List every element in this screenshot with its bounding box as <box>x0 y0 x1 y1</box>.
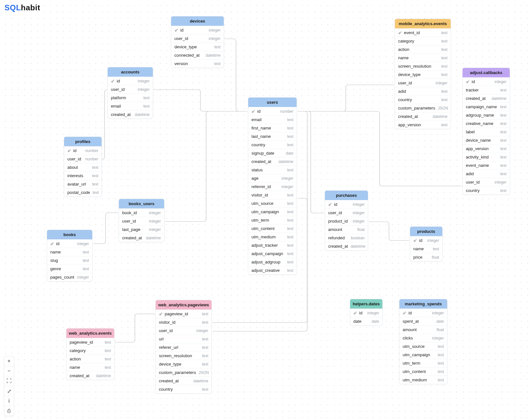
table-row[interactable]: user_idnumber <box>64 155 102 163</box>
table-row[interactable]: urltext <box>156 335 211 343</box>
table-mobile_analytics_events[interactable]: mobile_analytics.eventsevent_idtextcateg… <box>395 19 451 129</box>
table-row[interactable]: amountfloat <box>325 225 368 234</box>
table-row[interactable]: adjust_adgrouptext <box>248 258 297 266</box>
table-row[interactable]: utm_contenttext <box>399 367 447 376</box>
table-row[interactable]: referrer_idinteger <box>248 182 297 191</box>
table-row[interactable]: created_atdatetime <box>108 110 153 119</box>
table-row[interactable]: idinteger <box>325 200 368 208</box>
table-row[interactable]: idinteger <box>463 77 510 86</box>
table-row[interactable]: idinteger <box>47 239 92 248</box>
table-row[interactable]: pricefloat <box>410 253 442 261</box>
table-row[interactable]: screen_resolutiontext <box>395 62 451 70</box>
table-row[interactable]: idinteger <box>171 26 224 34</box>
table-row[interactable]: adgroup_nametext <box>463 111 510 119</box>
table-header[interactable]: profiles <box>64 137 102 146</box>
table-row[interactable]: actiontext <box>66 355 114 363</box>
table-row[interactable]: abouttext <box>64 163 102 171</box>
table-row[interactable]: utm_mediumtext <box>399 376 447 384</box>
table-row[interactable]: created_atdatetime <box>248 157 297 166</box>
table-row[interactable]: slugtext <box>47 256 92 264</box>
table-row[interactable]: pages_countinteger <box>47 273 92 281</box>
table-profiles[interactable]: profilesidnumberuser_idnumberabouttextin… <box>64 137 102 197</box>
fit-button[interactable]: ⛶ <box>4 376 14 386</box>
table-devices[interactable]: devicesidintegeruser_idintegerdevice_typ… <box>171 16 224 68</box>
table-row[interactable]: activity_kindtext <box>463 153 510 161</box>
table-row[interactable]: app_versiontext <box>463 144 510 153</box>
table-row[interactable]: screen_resolutiontext <box>156 351 211 360</box>
table-row[interactable]: user_idinteger <box>119 217 164 225</box>
table-row[interactable]: user_idinteger <box>325 208 368 217</box>
table-row[interactable]: categorytext <box>66 346 114 355</box>
table-row[interactable]: countrytext <box>156 385 211 393</box>
fullscreen-button[interactable]: ⤢ <box>4 386 14 396</box>
table-header[interactable]: mobile_analytics.events <box>395 19 451 28</box>
table-row[interactable]: utm_mediumtext <box>248 233 297 241</box>
table-purchases[interactable]: purchasesidintegeruser_idintegerproduct_… <box>325 190 368 251</box>
table-row[interactable]: nametext <box>410 244 442 253</box>
table-header[interactable]: products <box>410 227 442 236</box>
info-button[interactable]: i <box>4 396 14 406</box>
table-row[interactable]: nametext <box>395 53 451 62</box>
table-row[interactable]: trackertext <box>463 86 510 94</box>
table-row[interactable]: utm_sourcetext <box>399 342 447 350</box>
table-header[interactable]: devices <box>171 16 224 26</box>
table-row[interactable]: countrytext <box>395 95 451 104</box>
erd-canvas[interactable]: devicesidintegeruser_idintegerdevice_typ… <box>0 0 530 420</box>
table-row[interactable]: created_atdatetime <box>119 234 164 242</box>
table-row[interactable]: visitor_idtext <box>248 191 297 199</box>
table-row[interactable]: pageview_idtext <box>156 310 211 318</box>
table-row[interactable]: nametext <box>66 363 114 371</box>
table-row[interactable]: emailtext <box>108 102 153 110</box>
table-header[interactable]: marketing_spends <box>399 299 447 309</box>
table-row[interactable]: first_nametext <box>248 124 297 132</box>
table-header[interactable]: purchases <box>325 191 368 200</box>
table-row[interactable]: utm_termtext <box>248 216 297 224</box>
zoom-out-button[interactable]: − <box>4 366 14 376</box>
table-row[interactable]: signup_datedate <box>248 149 297 157</box>
table-row[interactable]: campaign_nametext <box>463 102 510 111</box>
table-row[interactable]: versiontext <box>171 59 224 68</box>
table-web_analytics_events[interactable]: web_analytics.eventspageview_idtextcateg… <box>66 328 114 380</box>
table-header[interactable]: books <box>47 230 92 239</box>
table-row[interactable]: visitor_idtext <box>156 318 211 326</box>
table-row[interactable]: datedate <box>350 317 382 325</box>
table-row[interactable]: product_idinteger <box>325 217 368 225</box>
table-row[interactable]: postal_codetext <box>64 188 102 196</box>
table-row[interactable]: idinteger <box>399 309 447 317</box>
table-marketing_spends[interactable]: marketing_spendsidintegerspent_atdateamo… <box>399 299 447 384</box>
table-row[interactable]: utm_sourcetext <box>248 199 297 207</box>
table-row[interactable]: book_idinteger <box>119 208 164 217</box>
table-row[interactable]: created_atdatetime <box>66 371 114 380</box>
table-row[interactable]: user_idinteger <box>156 326 211 335</box>
table-row[interactable]: utm_campaigntext <box>399 350 447 359</box>
table-header[interactable]: web_analytics.pageviews <box>156 300 211 310</box>
table-products[interactable]: productsidintegernametextpricefloat <box>410 226 443 262</box>
table-books[interactable]: booksidintegernametextslugtextgenretextp… <box>47 230 93 282</box>
table-row[interactable]: event_idtext <box>395 28 451 37</box>
table-users[interactable]: usersidnumberemailtextfirst_nametextlast… <box>248 97 297 275</box>
table-row[interactable]: device_typetext <box>156 360 211 368</box>
table-row[interactable]: ageinteger <box>248 174 297 182</box>
table-row[interactable]: user_idinteger <box>395 79 451 87</box>
table-row[interactable]: last_nametext <box>248 132 297 140</box>
table-row[interactable]: countrytext <box>248 140 297 149</box>
table-row[interactable]: app_versiontext <box>395 120 451 129</box>
table-row[interactable]: categorytext <box>395 37 451 45</box>
table-header[interactable]: adjust.callbacks <box>463 68 510 77</box>
table-row[interactable]: adjust_campaigntext <box>248 249 297 258</box>
table-row[interactable]: device_typetext <box>395 70 451 79</box>
table-row[interactable]: last_pageinteger <box>119 225 164 234</box>
table-row[interactable]: created_atdatetime <box>395 112 451 120</box>
table-header[interactable]: books_users <box>119 199 164 208</box>
table-header[interactable]: accounts <box>108 67 153 77</box>
table-row[interactable]: connected_atdatetime <box>171 51 224 59</box>
table-header[interactable]: helpers.dates <box>350 299 382 309</box>
table-row[interactable]: emailtext <box>248 115 297 124</box>
table-row[interactable]: actiontext <box>395 45 451 53</box>
table-web_analytics_pageviews[interactable]: web_analytics.pageviewspageview_idtextvi… <box>155 300 212 394</box>
table-row[interactable]: genretext <box>47 264 92 273</box>
table-row[interactable]: user_idinteger <box>463 178 510 186</box>
table-row[interactable]: adjust_trackertext <box>248 241 297 249</box>
table-row[interactable]: creative_nametext <box>463 119 510 128</box>
table-row[interactable]: utm_termtext <box>399 359 447 367</box>
